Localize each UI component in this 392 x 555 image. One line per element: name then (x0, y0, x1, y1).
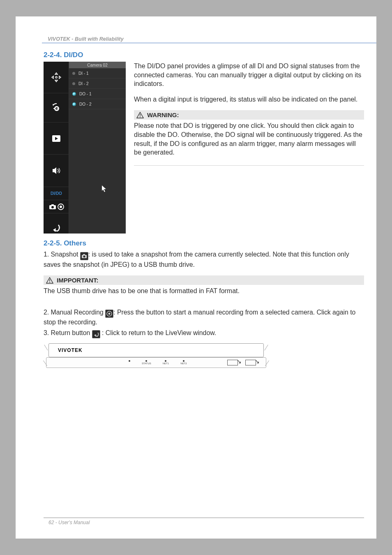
dido-tab-label: DI/DO (51, 191, 62, 196)
important-text: The USB thumb drive has to be one that i… (44, 287, 364, 296)
dido-tab[interactable]: DI/DO (44, 187, 69, 200)
play-icon (52, 135, 60, 142)
di-2-row[interactable]: DI - 2 (69, 79, 126, 89)
ptz-button[interactable] (44, 62, 69, 93)
warning-triangle-icon (136, 112, 144, 118)
section-2-2-4-title: 2-2-4. DI/DO (44, 51, 364, 59)
usb-port-1: ↘ (227, 360, 238, 365)
device-top-face: VIVOTEK (48, 343, 264, 357)
section-2-2-4-row: + DI/DO (44, 62, 364, 234)
device-front-face: STATUS NET1 NET2 ↘ ↘ (46, 357, 266, 368)
arrow-icon: ↘ (255, 358, 260, 365)
dido-panel-list: Camera 02 DI - 1 DI - 2 DO - 1 (69, 62, 126, 234)
svg-point-21 (83, 256, 85, 258)
preset-icon: + (51, 102, 62, 113)
speaker-button[interactable] (44, 155, 69, 187)
power-led (129, 360, 130, 365)
svg-point-11 (51, 206, 54, 208)
device-logo: VIVOTEK (49, 347, 83, 353)
page: VIVOTEK - Built with Reliability 2-2-4. … (16, 16, 376, 539)
di-1-row[interactable]: DI - 1 (69, 68, 126, 79)
record-icon-btn[interactable] (58, 204, 64, 210)
content-area: 2-2-4. DI/DO + (44, 51, 364, 370)
item2-prefix: 2. Manual Recording (44, 309, 105, 316)
dido-panel-figure: + DI/DO (44, 62, 126, 234)
svg-point-26 (108, 312, 111, 314)
preset-button[interactable]: + (44, 93, 69, 123)
svg-rect-10 (51, 204, 54, 206)
warning-triangle-icon (46, 277, 53, 284)
svg-marker-15 (102, 185, 106, 192)
ptz-arrows-icon (50, 71, 62, 83)
device-status-leds: STATUS NET1 NET2 (129, 360, 187, 365)
return-arrow-icon (51, 223, 62, 232)
item1-prefix: 1. Snapshot (44, 251, 80, 258)
device-illustration: VIVOTEK STATUS NET1 NET2 ↘ ↘ (44, 342, 269, 370)
status-dot-icon (72, 82, 75, 85)
do-2-row[interactable]: DO - 2 (69, 99, 126, 109)
perspective-line (44, 345, 48, 350)
snapshot-icon-btn[interactable] (49, 204, 56, 210)
svg-text:+: + (56, 107, 58, 110)
svg-point-24 (49, 282, 50, 282)
svg-point-13 (60, 206, 62, 208)
status-dot-icon (72, 72, 75, 75)
do-1-label: DO - 1 (79, 92, 91, 96)
di-2-label: DI - 2 (78, 81, 88, 86)
snapshot-record-row (44, 200, 69, 213)
status-led-label: STATUS (142, 362, 151, 365)
important-label: IMPPORTANT: (57, 277, 98, 284)
usb-port-2: ↘ (245, 360, 256, 365)
footer: 62 - User's Manual (44, 518, 364, 525)
di-1-label: DI - 1 (78, 71, 88, 76)
svg-point-18 (140, 116, 141, 117)
item3-suffix: : Click to return to the LiveView window… (100, 329, 216, 336)
net2-led-label: NET2 (180, 362, 187, 365)
header-text: VIVOTEK - Built with Reliability (42, 36, 376, 42)
warning-text: Please note that DO is triggered by one … (134, 121, 364, 157)
camera-header: Camera 02 (69, 62, 126, 68)
usb-ports: ↘ ↘ (227, 360, 256, 365)
svg-rect-2 (53, 108, 55, 109)
dido-panel-sidebar: + DI/DO (44, 62, 69, 234)
section-2-2-4-text: The DI/DO panel provides a glimpse of al… (134, 62, 364, 171)
arrow-icon: ↘ (237, 358, 242, 365)
manual-record-icon (105, 310, 113, 318)
svg-rect-20 (83, 254, 85, 255)
status-dot-active-icon (72, 102, 76, 106)
list-item-3: 3. Return button : Click to return to th… (44, 328, 364, 338)
svg-marker-14 (53, 228, 56, 232)
svg-marker-8 (53, 167, 56, 174)
camera-icon (49, 204, 56, 210)
snapshot-camera-icon (80, 252, 88, 260)
play-button[interactable] (44, 123, 69, 155)
perspective-line (264, 345, 268, 350)
header-bar: VIVOTEK - Built with Reliability (42, 36, 376, 43)
cursor-icon (101, 185, 107, 192)
do-2-label: DO - 2 (79, 102, 91, 106)
warning-label: WARNING: (147, 111, 179, 118)
record-icon (58, 204, 64, 210)
para-1: The DI/DO panel provides a glimpse of al… (134, 62, 364, 88)
list-item-1: 1. Snapshot : is used to take a snapshot… (44, 250, 364, 269)
net2-led: NET2 (180, 360, 187, 365)
net1-led: NET1 (163, 360, 169, 365)
item3-prefix: 3. Return button (44, 329, 92, 336)
important-box: IMPPORTANT: (44, 275, 364, 285)
section-2-2-5-title: 2-2-5. Others (44, 239, 364, 247)
footer-text: 62 - User's Manual (44, 520, 364, 525)
return-button[interactable] (44, 213, 69, 242)
item1-suffix: : is used to take a snapshot from the ca… (44, 251, 349, 268)
do-1-row[interactable]: DO - 1 (69, 89, 126, 99)
net1-led-label: NET1 (163, 362, 169, 365)
svg-point-0 (55, 76, 57, 78)
para-2: When a digital input is triggered, its s… (134, 95, 364, 104)
speaker-icon (52, 166, 61, 175)
status-dot-active-icon (72, 92, 76, 96)
status-led: STATUS (142, 360, 151, 365)
list-item-2: 2. Manual Recording : Press the button t… (44, 308, 364, 327)
divider (134, 165, 364, 166)
return-icon-inline (92, 330, 100, 338)
warning-box: WARNING: (134, 110, 364, 120)
